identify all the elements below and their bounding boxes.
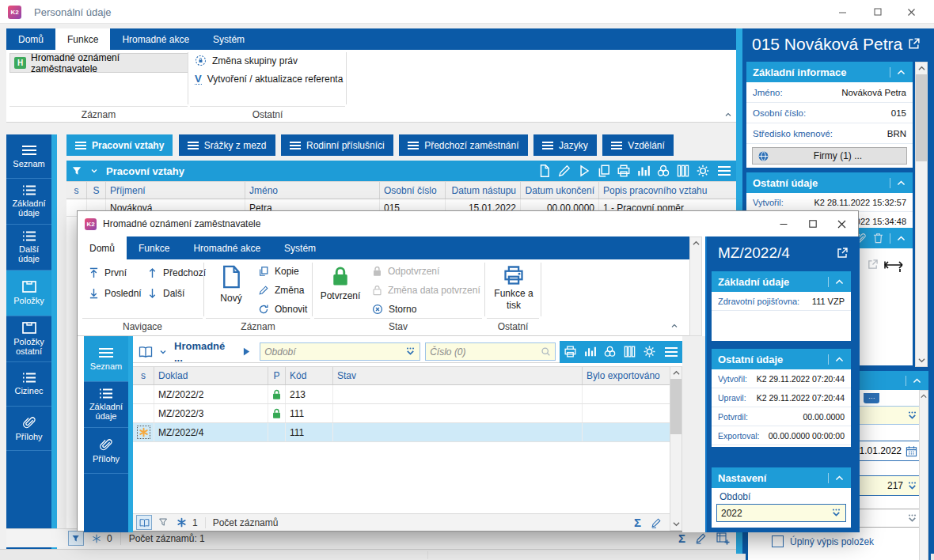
mini-tab[interactable]: ⋯ [864, 393, 879, 403]
quick-edit-icon[interactable] [651, 517, 662, 528]
maximize-button[interactable] [863, 2, 892, 22]
scroll-up-icon[interactable] [916, 62, 927, 74]
col-bylo-exportovano[interactable]: Bylo exportováno [583, 367, 670, 384]
edit-icon[interactable] [557, 164, 571, 178]
tab-pracovni-vztahy[interactable]: Pracovní vztahy [66, 134, 173, 156]
snowflake-icon[interactable] [91, 533, 102, 544]
collapse-icon[interactable] [906, 376, 922, 386]
sidebar-item-dalsi-udaje[interactable]: Další údaje [6, 225, 51, 271]
storno-button[interactable]: Storno [372, 304, 416, 315]
print-icon[interactable] [617, 164, 631, 178]
change-confirm-date-button-disabled[interactable]: Změna data potvrzení [372, 285, 480, 296]
relations-icon[interactable] [603, 345, 617, 358]
hromadne-oznameni-button[interactable]: H Hromadné oznámení zaměstnavatele [9, 53, 188, 73]
sum-icon[interactable]: Σ [634, 516, 641, 529]
copy-button[interactable]: Kopie [258, 266, 299, 277]
zakladni-informace-header[interactable]: Základní informace [746, 62, 913, 82]
scroll-down-icon[interactable] [670, 518, 682, 530]
dialog-maximize-button[interactable] [798, 213, 827, 235]
collapse-icon[interactable] [890, 178, 906, 188]
calendar-icon[interactable] [906, 445, 917, 457]
tab-vzdelani[interactable]: Vzdělání [602, 134, 674, 156]
table-row[interactable]: MZ/2022/2 213 [133, 385, 670, 404]
next-button[interactable]: Další [147, 288, 184, 299]
sidebar-item-polozky-ostatni[interactable]: Položky ostatní [6, 316, 51, 362]
copy-icon[interactable] [597, 164, 611, 178]
close-button[interactable] [897, 2, 926, 22]
scroll-up-icon[interactable] [920, 391, 928, 401]
ostatni-udaje-header[interactable]: Ostatní údaje [746, 172, 913, 193]
ribbon-tab-hromadne-akce[interactable]: Hromadné akce [110, 28, 201, 50]
col-popis[interactable]: Popis pracovního vztahu [599, 182, 736, 199]
filter-toggle-button[interactable] [68, 531, 84, 546]
collapse-icon[interactable] [890, 233, 906, 244]
obdobi-filter-input[interactable]: Období [260, 342, 420, 361]
run-icon[interactable] [577, 164, 591, 178]
table-add-icon[interactable] [716, 532, 730, 545]
unconfirm-button-disabled[interactable]: Odpotvrzení [372, 266, 439, 277]
dialog-tab-system[interactable]: Systém [272, 236, 328, 259]
scroll-up-icon[interactable] [690, 237, 701, 249]
dialog-tab-funkce[interactable]: Funkce [127, 236, 181, 259]
scroll-up-icon[interactable] [670, 367, 682, 379]
dropdown-icon[interactable] [405, 346, 416, 357]
function-print-button[interactable]: Funkce a tisk [489, 264, 538, 312]
columns-icon[interactable] [676, 164, 690, 178]
external-link-icon[interactable] [836, 247, 849, 259]
dialog-sidebar-zakladni-udaje[interactable]: Základní údaje [84, 382, 128, 428]
relations-icon[interactable] [656, 164, 670, 178]
new-record-icon[interactable] [537, 164, 552, 178]
sidebar-item-cizinec[interactable]: Cizinec [6, 362, 51, 407]
ribbon-tab-system[interactable]: Systém [201, 28, 256, 50]
tab-srazky-z-mezd[interactable]: Srážky z mezd [179, 134, 275, 156]
new-button[interactable]: Nový [212, 264, 250, 304]
quick-edit-icon[interactable] [695, 532, 707, 544]
settings-gear-icon[interactable] [643, 345, 656, 358]
detail-panel-scrollbar[interactable] [915, 62, 928, 367]
dialog-ostatni-header[interactable]: Ostatní údaje [712, 349, 851, 369]
sum-icon[interactable]: Σ [678, 532, 685, 545]
dialog-sidebar-prilohy[interactable]: Přílohy [84, 428, 128, 474]
sidebar-item-polozky[interactable]: Položky [6, 271, 51, 316]
col-stav[interactable]: Stav [333, 367, 583, 384]
refresh-button[interactable]: Obnovit [258, 304, 307, 315]
tab-rodinni-prislusnici[interactable]: Rodinní příslušníci [281, 134, 393, 156]
first-button[interactable]: První [89, 267, 127, 278]
dialog-ribbon-scrollbar[interactable] [689, 236, 702, 336]
filter-icon[interactable] [71, 165, 83, 177]
table-row-selected[interactable]: MZ/2022/4 111 [133, 423, 670, 442]
settings-gear-icon[interactable] [696, 164, 710, 178]
scrollbar-thumb[interactable] [670, 379, 682, 434]
book-icon[interactable] [139, 346, 153, 358]
chevron-down-icon[interactable] [89, 166, 99, 176]
dropdown-icon[interactable] [831, 508, 841, 518]
dropdown-icon[interactable] [907, 411, 917, 421]
col-s[interactable]: s [66, 182, 87, 199]
dropdown-icon[interactable] [907, 513, 917, 524]
col-p[interactable]: P [268, 367, 286, 384]
dialog-sidebar-seznam[interactable]: Seznam [84, 336, 128, 382]
dialog-nastaveni-header[interactable]: Nastavení [712, 467, 851, 488]
chart-icon[interactable] [583, 345, 597, 358]
sidebar-item-zakladni-udaje[interactable]: Základní údaje [6, 179, 51, 225]
col-datum-ukonceni[interactable]: Datum ukončení [521, 182, 599, 199]
dialog-tab-hromadne-akce[interactable]: Hromadné akce [181, 236, 272, 259]
cislo-filter-input[interactable]: Číslo (0) [425, 342, 556, 361]
chevron-down-icon[interactable] [158, 347, 168, 357]
col-jmeno[interactable]: Jméno [245, 182, 380, 199]
sidebar-splitter[interactable] [51, 134, 57, 560]
collapse-icon[interactable] [828, 277, 845, 287]
firmy-button[interactable]: Firmy (1) ... [752, 147, 907, 165]
last-button[interactable]: Poslední [89, 288, 142, 299]
tab-jazyky[interactable]: Jazyky [533, 134, 597, 156]
full-listing-checkbox-row[interactable]: Úplný výpis položek [772, 535, 874, 547]
col-osobni-cislo[interactable]: Osobní číslo [380, 182, 446, 199]
vytvoreni-referenta-button[interactable]: V Vytvoření / aktualizace referenta [195, 74, 343, 85]
external-link-icon[interactable] [907, 37, 921, 51]
filter-icon[interactable] [158, 517, 169, 528]
collapse-icon[interactable] [890, 67, 906, 78]
scroll-down-icon[interactable] [916, 354, 927, 366]
table-row[interactable]: MZ/2022/3 111 [133, 404, 670, 423]
book-toggle-button[interactable] [136, 515, 152, 530]
dialog-zakladni-header[interactable]: Základní údaje [712, 271, 851, 292]
